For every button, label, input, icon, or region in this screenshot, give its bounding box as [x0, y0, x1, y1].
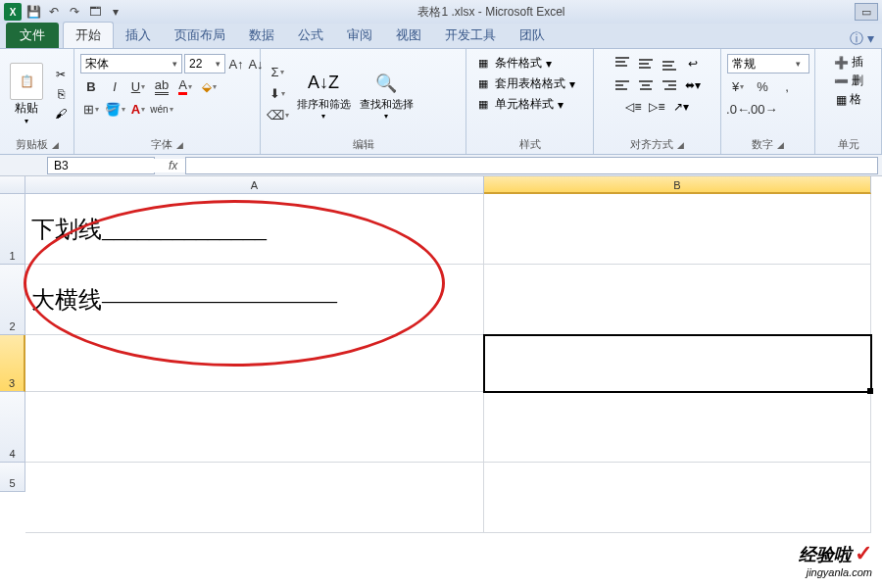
fill-color-button[interactable]: ⬙▾ [198, 76, 220, 96]
bold-button[interactable]: B [80, 76, 102, 96]
file-tab[interactable]: 文件 [6, 23, 59, 48]
tab-view[interactable]: 视图 [384, 23, 433, 48]
redo-icon[interactable]: ↷ [66, 3, 83, 21]
chevron-down-icon[interactable]: ▾ [791, 59, 805, 69]
format-painter-icon[interactable]: 🖌 [52, 106, 70, 122]
italic-button[interactable]: I [104, 76, 125, 96]
row-header-4[interactable]: 4 [0, 392, 25, 463]
name-box[interactable]: ▾ [47, 157, 155, 174]
conditional-format-button[interactable]: ▦条件格式▾ [472, 54, 555, 73]
tab-page-layout[interactable]: 页面布局 [163, 23, 237, 48]
svg-rect-10 [615, 84, 623, 86]
row-header-5[interactable]: 5 [0, 463, 25, 492]
window-title: 表格1 .xlsx - Microsoft Excel [128, 4, 855, 21]
percent-icon[interactable]: % [752, 76, 773, 96]
fill-down-icon[interactable]: ⬇▾ [267, 84, 288, 104]
cell-b5[interactable] [484, 463, 871, 533]
chevron-down-icon[interactable]: ▾ [211, 59, 224, 69]
cell-a5[interactable] [25, 463, 484, 533]
cell-a2[interactable]: 大横线—————————— [25, 265, 484, 335]
align-right-icon[interactable] [659, 75, 680, 95]
minimize-ribbon-button[interactable]: ▭ [855, 3, 878, 21]
align-bottom-icon[interactable] [659, 54, 680, 74]
row-header-1[interactable]: 1 [0, 194, 25, 265]
tab-team[interactable]: 团队 [508, 23, 557, 48]
qat-customize-icon[interactable]: ▾ [107, 3, 124, 21]
select-all-button[interactable] [0, 176, 25, 194]
decrease-decimal-icon[interactable]: .00→ [752, 99, 773, 119]
wrap-text-icon[interactable]: ↩ [682, 54, 704, 74]
svg-rect-12 [639, 80, 653, 82]
tab-review[interactable]: 审阅 [335, 23, 384, 48]
insert-cells-button[interactable]: ➕插 [834, 54, 863, 71]
cell-b2[interactable] [484, 265, 871, 335]
fill-tool-button[interactable]: 🪣▾ [104, 99, 125, 119]
cell-b1[interactable] [484, 194, 871, 265]
autosum-icon[interactable]: Σ▾ [267, 63, 288, 82]
font-dialog-launcher[interactable]: ◢ [176, 140, 183, 150]
borders-button[interactable]: ⊞▾ [80, 99, 102, 119]
fill-handle[interactable] [867, 388, 873, 394]
align-center-icon[interactable] [635, 75, 657, 95]
delete-cells-button[interactable]: ➖删 [834, 73, 863, 89]
excel-app-icon[interactable]: X [4, 3, 22, 21]
save-icon[interactable]: 💾 [24, 3, 42, 21]
font-color-button[interactable]: A▾ [174, 76, 196, 96]
fx-button[interactable]: fx [161, 159, 185, 172]
double-underline-button[interactable]: ab [151, 76, 172, 96]
number-format-combo[interactable]: ▾ [727, 54, 809, 74]
tab-formulas[interactable]: 公式 [286, 23, 335, 48]
delete-icon: ➖ [834, 74, 849, 88]
align-middle-icon[interactable] [635, 54, 657, 74]
copy-icon[interactable]: ⎘ [52, 86, 70, 102]
comma-icon[interactable]: , [776, 76, 798, 96]
increase-font-icon[interactable]: A↑ [227, 54, 245, 74]
increase-indent-icon[interactable]: ▷≡ [647, 97, 668, 117]
cell-b3[interactable] [484, 335, 871, 392]
row-header-2[interactable]: 2 [0, 265, 25, 335]
tab-home[interactable]: 开始 [63, 22, 114, 48]
font-name-combo[interactable]: ▾ [80, 54, 182, 74]
align-top-icon[interactable] [612, 54, 633, 74]
undo-icon[interactable]: ↶ [45, 3, 63, 21]
cell-a4[interactable] [25, 392, 484, 463]
align-left-icon[interactable] [612, 75, 633, 95]
orientation-icon[interactable]: ↗▾ [670, 97, 692, 117]
format-cells-button[interactable]: ▦格 [836, 91, 861, 108]
phonetic-guide-icon[interactable]: wén▾ [151, 99, 172, 119]
svg-rect-3 [639, 59, 653, 61]
decrease-indent-icon[interactable]: ◁≡ [623, 97, 645, 117]
formula-input[interactable] [185, 157, 878, 174]
number-dialog-launcher[interactable]: ◢ [777, 140, 784, 150]
format-as-table-button[interactable]: ▦套用表格格式▾ [472, 74, 578, 93]
column-header-b[interactable]: B [484, 176, 871, 194]
cell-b4[interactable] [484, 392, 871, 463]
svg-rect-14 [640, 88, 652, 90]
row-header-3[interactable]: 3 [0, 335, 25, 392]
font-color2-button[interactable]: A▾ [127, 99, 149, 119]
cell-styles-button[interactable]: ▦单元格样式▾ [472, 95, 566, 114]
cell-a1[interactable]: 下划线______________ [25, 194, 484, 265]
cells-container: 下划线______________ 大横线—————————— [25, 194, 882, 588]
column-header-a[interactable]: A [25, 176, 484, 194]
styles-group: ▦条件格式▾ ▦套用表格格式▾ ▦单元格样式▾ 样式 [466, 49, 594, 154]
ribbon-help-icon[interactable]: ⓘ ▾ [842, 30, 882, 48]
font-size-combo[interactable]: ▾ [184, 54, 225, 74]
tab-insert[interactable]: 插入 [114, 23, 163, 48]
alignment-dialog-launcher[interactable]: ◢ [677, 140, 684, 150]
tab-developer[interactable]: 开发工具 [433, 23, 508, 48]
tab-data[interactable]: 数据 [237, 23, 286, 48]
clear-icon[interactable]: ⌫▾ [267, 106, 288, 125]
print-preview-icon[interactable]: 🗔 [86, 3, 104, 21]
cell-a3[interactable] [25, 335, 484, 392]
underline-button[interactable]: U▾ [127, 76, 149, 96]
currency-icon[interactable]: ¥▾ [727, 76, 749, 96]
merge-center-icon[interactable]: ⬌▾ [682, 75, 704, 95]
clipboard-dialog-launcher[interactable]: ◢ [52, 140, 59, 150]
increase-decimal-icon[interactable]: .0← [727, 99, 749, 119]
chevron-down-icon[interactable]: ▾ [168, 59, 181, 69]
find-select-button[interactable]: 🔍 查找和选择 ▾ [359, 68, 414, 121]
cut-icon[interactable]: ✂ [52, 67, 70, 82]
paste-button[interactable]: 📋 粘贴 ▾ [4, 61, 49, 127]
sort-filter-button[interactable]: A↓Z 排序和筛选 ▾ [296, 68, 351, 121]
